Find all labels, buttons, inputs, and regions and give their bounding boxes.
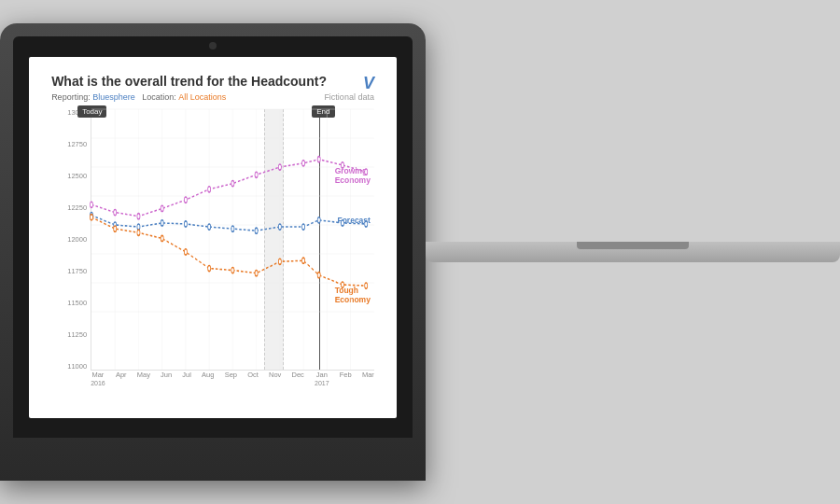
svg-point-53 — [302, 258, 305, 263]
growing-economy-line — [91, 159, 366, 216]
svg-point-21 — [161, 205, 163, 211]
svg-point-33 — [137, 223, 140, 229]
y-label: 11000 — [67, 363, 87, 371]
y-axis: 13000 12750 12500 12250 12000 11750 1150… — [51, 109, 87, 371]
x-label-nov: Nov — [269, 371, 281, 399]
svg-point-24 — [231, 180, 234, 186]
svg-point-36 — [208, 223, 211, 229]
x-label-sep: Sep — [225, 371, 237, 399]
x-label-oct: Oct — [247, 371, 259, 399]
chart-subtitle: Reporting: Bluesphere Location: All Loca… — [51, 92, 374, 102]
screen-bezel: V What is the overall trend for the Head… — [13, 36, 413, 438]
dot — [91, 202, 93, 207]
y-label: 12250 — [67, 204, 87, 212]
svg-point-25 — [255, 172, 258, 177]
y-label: 12750 — [67, 141, 87, 148]
laptop-frame: V What is the overall trend for the Head… — [0, 23, 426, 481]
x-label-jul: Jul — [182, 371, 191, 399]
svg-point-40 — [302, 223, 305, 229]
svg-point-22 — [185, 197, 188, 203]
location-label: Location: — [142, 92, 176, 102]
company-name: Bluesphere — [92, 92, 135, 102]
svg-point-37 — [231, 226, 234, 231]
svg-point-54 — [317, 272, 320, 277]
svg-point-45 — [114, 226, 117, 231]
svg-point-51 — [255, 270, 258, 275]
svg-point-48 — [185, 248, 188, 254]
x-label-jan2017: Jan2017 — [315, 371, 329, 399]
svg-point-29 — [342, 161, 344, 167]
x-label-jun: Jun — [161, 371, 172, 399]
forecast-line — [91, 215, 366, 231]
svg-point-55 — [342, 281, 344, 287]
reporting-label: Reporting: — [51, 92, 91, 102]
laptop-base — [426, 242, 840, 262]
svg-point-47 — [161, 235, 163, 241]
chart-svg — [91, 109, 374, 370]
chart-area: 13000 12750 12500 12250 12000 11750 1150… — [51, 109, 374, 399]
svg-point-42 — [342, 219, 344, 225]
svg-point-43 — [365, 220, 368, 226]
x-axis-labels: Mar2016 Apr May Jun Jul Aug Sep Oct Nov … — [91, 371, 374, 399]
svg-point-20 — [137, 213, 140, 218]
chart-title: What is the overall trend for the Headco… — [51, 74, 374, 89]
x-label-mar2017: Mar — [362, 371, 374, 399]
visier-logo: V — [363, 74, 374, 93]
x-label-apr: Apr — [116, 371, 127, 399]
x-label-mar2016: Mar2016 — [91, 371, 105, 399]
fictional-label: Fictional data — [324, 92, 374, 102]
y-label: 11250 — [67, 331, 87, 339]
x-label-feb: Feb — [340, 371, 352, 399]
svg-point-52 — [278, 259, 281, 264]
svg-point-23 — [208, 186, 211, 191]
x-label-dec: Dec — [292, 371, 304, 399]
svg-point-19 — [114, 209, 117, 215]
y-label: 11500 — [67, 300, 87, 307]
svg-point-27 — [302, 160, 305, 165]
chart-plot: Today End GrowingEconomy Forecast ToughE — [91, 109, 374, 371]
svg-point-30 — [365, 169, 368, 175]
svg-point-34 — [161, 219, 163, 225]
svg-point-35 — [185, 220, 188, 226]
locations-value: All Locations — [178, 92, 226, 102]
svg-point-49 — [208, 265, 211, 271]
svg-point-38 — [255, 228, 258, 233]
svg-point-39 — [278, 223, 281, 229]
svg-point-28 — [317, 156, 320, 161]
screen-content: V What is the overall trend for the Head… — [29, 57, 397, 418]
svg-point-46 — [137, 230, 140, 235]
x-label-aug: Aug — [202, 371, 214, 399]
svg-point-56 — [365, 283, 368, 288]
svg-point-50 — [231, 267, 234, 273]
svg-point-41 — [317, 217, 320, 222]
y-label: 12500 — [67, 173, 87, 180]
x-label-may: May — [137, 371, 150, 399]
y-label: 12000 — [67, 236, 87, 244]
y-label: 11750 — [67, 268, 87, 275]
svg-point-26 — [278, 163, 281, 169]
svg-point-44 — [91, 214, 93, 219]
tough-economy-line — [91, 217, 366, 285]
